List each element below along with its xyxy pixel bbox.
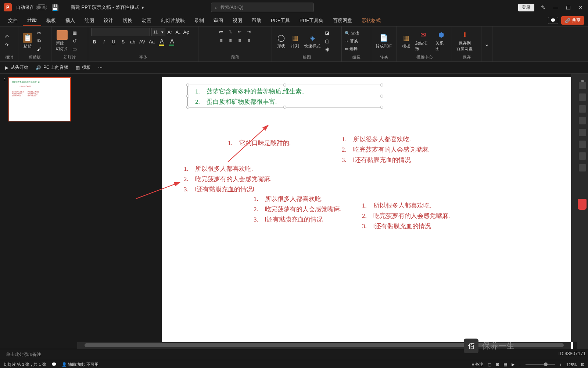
shapes-button[interactable]: ◯形状 <box>275 32 287 50</box>
notes-button[interactable]: ≡ 备注 <box>472 362 483 367</box>
tab-slideshow[interactable]: 幻灯片放映 <box>157 15 189 26</box>
template-button[interactable]: ▦模板 <box>400 32 412 50</box>
side-icon-5[interactable] <box>579 129 586 136</box>
zoom-out-button[interactable]: − <box>519 362 521 367</box>
slide-canvas[interactable]: 1.菠萝它含有多种的营养物质,维生素、 2.蛋白质和矿物质都很丰富. 1.它的口… <box>77 74 577 349</box>
tab-design[interactable]: 设计 <box>99 15 118 26</box>
tab-template[interactable]: 模板 <box>42 15 60 26</box>
font-family-select[interactable] <box>91 28 150 36</box>
side-icon-2[interactable] <box>579 93 586 101</box>
shape-outline-button[interactable]: ▢ <box>323 37 331 45</box>
decrease-font-button[interactable]: A↓ <box>175 29 182 35</box>
bold-button[interactable]: B <box>91 39 98 45</box>
numbering-button[interactable]: ⒈ <box>226 28 234 35</box>
close-button[interactable]: ✕ <box>577 4 584 10</box>
reading-view-button[interactable]: ▤ <box>503 362 507 367</box>
copy-button[interactable]: ⧉ <box>35 37 43 45</box>
italic-button[interactable]: I <box>101 39 107 45</box>
tab-baidu[interactable]: 百度网盘 <box>329 15 356 26</box>
cut-button[interactable]: ✂ <box>35 29 43 36</box>
login-button[interactable]: 登录 <box>518 4 534 11</box>
align-left-button[interactable]: ≡ <box>217 37 225 44</box>
shape-fill-button[interactable]: ◪ <box>323 29 331 36</box>
save-baidu-button[interactable]: ⬇保存到 百度网盘 <box>455 29 474 52</box>
zoom-level[interactable]: 125% <box>566 362 577 367</box>
shape-effects-button[interactable]: ◉ <box>323 45 331 53</box>
new-slide-button[interactable]: 新建 幻灯片 <box>54 29 69 52</box>
paste-button[interactable]: 📋粘贴 <box>21 32 34 50</box>
language-indicator[interactable]: 💬 <box>51 362 57 367</box>
tab-pdftools[interactable]: PDF工具 <box>266 15 294 26</box>
format-painter-button[interactable]: 🖌 <box>35 45 43 53</box>
select-button[interactable]: ▭ 选择 <box>345 46 359 52</box>
quick-styles-button[interactable]: ◈快速样式 <box>303 32 322 50</box>
fit-button[interactable]: ⊡ <box>581 362 584 367</box>
tab-shape-format[interactable]: 形状格式 <box>357 15 385 26</box>
save-icon[interactable]: 💾 <box>51 4 59 11</box>
document-title[interactable]: 新建 PPT 演示文稿 - 兼容性模式 ▾ <box>71 4 144 11</box>
zoom-in-button[interactable]: + <box>559 362 562 367</box>
tab-pdftoolset[interactable]: PDF工具集 <box>295 15 328 26</box>
slideshow-view-button[interactable]: ▶ <box>512 362 514 367</box>
align-right-button[interactable]: ≡ <box>236 37 244 44</box>
increase-font-button[interactable]: A↑ <box>167 29 173 35</box>
side-icon-7[interactable] <box>579 152 586 160</box>
layout-button[interactable]: ▦ <box>71 29 78 36</box>
red-envelope-icon[interactable] <box>578 199 587 210</box>
search-input[interactable]: ⌕ 搜索(Alt+Q) <box>211 3 314 12</box>
autosave-toggle[interactable]: 自动保存 关 <box>16 4 47 11</box>
zoom-slider[interactable] <box>526 364 555 365</box>
tab-review[interactable]: 审阅 <box>209 15 227 26</box>
side-icon-8[interactable] <box>579 164 586 171</box>
overflow-button[interactable]: ⋯ <box>98 65 103 70</box>
font-size-select[interactable]: 11▾ <box>151 28 165 36</box>
vertical-scrollbar[interactable] <box>571 74 577 342</box>
tab-draw[interactable]: 绘图 <box>80 15 98 26</box>
normal-view-button[interactable]: ▢ <box>488 362 491 367</box>
accessibility-status[interactable]: 👤 辅助功能: 不可用 <box>62 362 98 367</box>
change-case-button[interactable]: Aa <box>148 39 155 45</box>
reset-button[interactable]: ↺ <box>71 37 78 45</box>
tab-file[interactable]: 文件 <box>4 15 22 26</box>
highlight-color-button[interactable]: A <box>158 38 165 45</box>
undo-button[interactable]: ↶ <box>3 33 10 40</box>
align-center-button[interactable]: ≡ <box>226 37 234 44</box>
slide-thumbnail[interactable]: 1 菠萝它含有多种的营养物质维生素 它的口味是酸甜的 所以很多人都喜欢吃完菠萝有… <box>4 77 74 121</box>
underline-button[interactable]: U <box>110 39 117 45</box>
tab-view[interactable]: 视图 <box>228 15 247 26</box>
redo-button[interactable]: ↷ <box>3 41 10 49</box>
side-icon-1[interactable] <box>579 82 586 89</box>
strikethrough-button[interactable]: S̶ <box>120 39 126 45</box>
ribbon-collapse-button[interactable]: ⌄ <box>484 40 489 47</box>
side-icon-4[interactable] <box>579 117 586 124</box>
share-button[interactable]: 🔗 共享 <box>561 16 584 25</box>
comments-icon[interactable]: 💬 <box>548 17 558 24</box>
side-icon-3[interactable] <box>579 105 586 113</box>
audio-button[interactable]: 🔊 PC 上的音频 <box>36 64 68 71</box>
maximize-button[interactable]: ▢ <box>564 4 572 10</box>
char-spacing-button[interactable]: AV <box>139 39 146 45</box>
tab-record[interactable]: 录制 <box>190 15 208 26</box>
tab-animations[interactable]: 动画 <box>137 15 156 26</box>
replace-button[interactable]: ↔ 替换 <box>345 38 359 44</box>
sorter-view-button[interactable]: ⊞ <box>496 362 499 367</box>
tab-home[interactable]: 开始 <box>23 14 41 26</box>
summary-button[interactable]: ✉总结汇报 <box>414 29 433 52</box>
section-button[interactable]: ▭ <box>71 45 78 53</box>
increase-indent-button[interactable]: ⇥ <box>245 28 253 35</box>
template-quick-button[interactable]: ▦ 模板 <box>76 64 91 71</box>
pen-icon[interactable]: ✎ <box>539 4 547 10</box>
font-color-button[interactable]: A <box>168 38 176 45</box>
shadow-button[interactable]: ab <box>129 39 136 45</box>
from-beginning-button[interactable]: ▶ 从头开始 <box>5 64 28 71</box>
toggle-switch[interactable]: 关 <box>36 4 47 10</box>
clear-format-button[interactable]: Aφ <box>183 29 190 35</box>
align-justify-button[interactable]: ≡ <box>245 37 253 44</box>
arrange-button[interactable]: ▦排列 <box>289 32 301 50</box>
convert-pdf-button[interactable]: 📄转成PDF <box>374 32 393 50</box>
side-icon-6[interactable] <box>579 141 586 148</box>
tab-transitions[interactable]: 切换 <box>118 15 137 26</box>
tab-insert[interactable]: 插入 <box>61 15 79 26</box>
relation-button[interactable]: ⬢关系图 <box>434 29 449 52</box>
minimize-button[interactable]: — <box>552 4 559 10</box>
